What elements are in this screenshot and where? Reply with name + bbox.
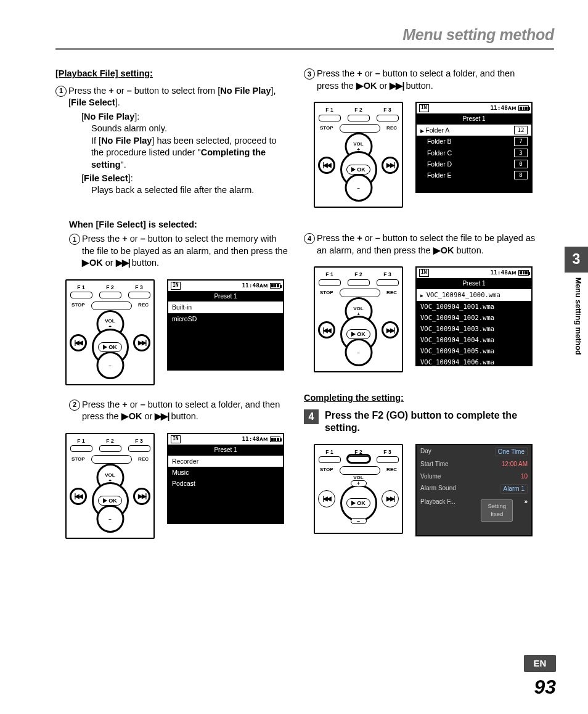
left-substep-2: 2 Press the + or – button to select a fo… xyxy=(69,399,288,423)
no-file-play-body-1: Sounds alarm only. xyxy=(91,123,288,135)
f2-highlight xyxy=(346,454,371,464)
figure-folder-select: F 1 F 2 F 3 STOPREC VOL+ OK – |◀◀ ▶▶| IN… xyxy=(314,102,536,208)
left-column: [Playback File] setting: 1 Press the + o… xyxy=(55,68,288,552)
file-select-label: [File Select]: xyxy=(81,173,288,185)
device-illustration: F 1 F 2 F 3 STOPREC VOL+ OK – |◀◀ ▶▶| xyxy=(314,266,403,372)
battery-icon xyxy=(270,283,280,289)
screen-settings: DayOne Time Start Time12:00 AM Volume10 … xyxy=(415,444,533,536)
completing-heading: Completing the setting: xyxy=(304,392,536,404)
no-file-play-body-2: If [No File Play] has been selected, pro… xyxy=(91,135,288,171)
figure-file-select: F 1 F 2 F 3 STOPREC VOL+ OK – |◀◀ ▶▶| IN… xyxy=(314,266,536,372)
right-column: 3 Press the + or – button to select a fo… xyxy=(304,68,536,552)
list-item: Folder A12 xyxy=(417,125,531,136)
mode-button xyxy=(91,302,132,310)
vol-minus-button: – xyxy=(96,351,124,379)
list-item: Music xyxy=(168,467,283,478)
page-number: 93 xyxy=(534,674,556,700)
when-file-select-heading: When [File Select] is selected: xyxy=(69,220,197,229)
list-item: Podcast xyxy=(168,478,283,489)
figure-category-select: F 1 F 2 F 3 STOPREC VOL+ OK – |◀◀ ▶▶| IN… xyxy=(65,433,288,539)
battery-icon xyxy=(270,437,280,442)
list-item: Folder C3 xyxy=(417,147,531,158)
step-number-icon: 2 xyxy=(69,400,80,411)
list-item: microSD xyxy=(168,313,283,324)
figure-memory-select: F 1 F 2 F 3 STOPREC VOL+ OK – |◀◀ ▶▶| IN… xyxy=(65,279,288,385)
chapter-tab: 3 xyxy=(565,247,588,273)
play-icon xyxy=(103,345,107,350)
header-rule xyxy=(55,48,554,50)
toast: Setting fixed xyxy=(481,499,513,522)
chapter-side-label: Menu setting method xyxy=(573,277,583,355)
list-item: Built-in xyxy=(168,302,283,313)
play-icon xyxy=(351,167,356,172)
step-number-icon: 1 xyxy=(69,234,80,245)
play-icon xyxy=(351,332,356,337)
f1-button xyxy=(70,292,92,298)
play-icon xyxy=(351,501,356,506)
device-illustration: F 1 F 2 F 3 STOPREC VOL OK + – |◀◀ ▶▶| xyxy=(314,444,403,534)
right-substep-3: 3 Press the + or – button to select a fo… xyxy=(304,68,536,92)
f2-button xyxy=(99,292,121,298)
device-illustration: F 1 F 2 F 3 STOPREC VOL+ OK – |◀◀ ▶▶| xyxy=(314,102,403,208)
left-step-1: 1 Press the + or – button to select from… xyxy=(55,85,288,109)
screen-folders: IN11:48ᴀᴍ Preset 1 Folder A12 Folder B7 … xyxy=(415,102,533,193)
device-illustration: F 1 F 2 F 3 STOPREC VOL+ OK – |◀◀ ▶▶| xyxy=(65,279,155,385)
list-item: VOC_100904_1000.wma xyxy=(417,289,531,301)
figure-complete: F 1 F 2 F 3 STOPREC VOL OK + – |◀◀ ▶▶| D… xyxy=(314,444,536,536)
list-item: Recorder xyxy=(168,456,283,467)
list-item: Folder B7 xyxy=(417,136,531,147)
language-badge: EN xyxy=(524,655,556,672)
list-item: VOC_100904_1006.wma xyxy=(417,356,531,367)
play-icon xyxy=(103,498,107,503)
screen-files: IN11:48ᴀᴍ Preset 1 VOC_100904_1000.wma V… xyxy=(415,266,533,366)
step-number-icon: 3 xyxy=(304,68,315,80)
step-body: Press the + or – button to select from [… xyxy=(68,85,288,109)
screen-memory: IN11:48ᴀᴍ Preset 1 Built-in microSD xyxy=(167,279,284,371)
list-item: VOC_100904_1005.wma xyxy=(417,345,531,356)
playback-file-heading: [Playback File] setting: xyxy=(55,68,288,80)
page-header: Menu setting method xyxy=(55,25,554,50)
screen-category: IN11:48ᴀᴍ Preset 1 Recorder Music Podcas… xyxy=(167,433,284,524)
file-select-body: Plays back a selected file after the ala… xyxy=(91,184,288,197)
list-item: Folder E8 xyxy=(417,170,531,181)
battery-icon xyxy=(518,270,529,276)
step-number-icon: 4 xyxy=(304,233,315,244)
forward-button: ▶▶| xyxy=(133,334,150,351)
step-number-icon: 1 xyxy=(55,86,67,97)
left-substep-1: 1 Press the + or – button to select the … xyxy=(69,233,288,269)
no-file-play-label: [No File Play]: xyxy=(81,111,288,123)
f3-button xyxy=(128,292,150,298)
list-item: Folder D0 xyxy=(417,158,531,170)
right-substep-4: 4 Press the + or – button to select the … xyxy=(304,232,536,256)
step-number-box: 4 xyxy=(304,409,319,424)
list-item: VOC_100904_1002.wma xyxy=(417,312,531,323)
battery-icon xyxy=(518,105,529,111)
list-item: VOC_100904_1001.wma xyxy=(417,301,531,312)
device-illustration: F 1 F 2 F 3 STOPREC VOL+ OK – |◀◀ ▶▶| xyxy=(65,433,155,539)
step-4-block: 4 Press the F2 (GO) button to complete t… xyxy=(304,409,536,434)
page-title: Menu setting method xyxy=(55,25,554,46)
list-item: VOC_100904_1003.wma xyxy=(417,323,531,334)
rewind-button: |◀◀ xyxy=(70,334,87,351)
list-item: VOC_100904_1004.wma xyxy=(417,334,531,345)
